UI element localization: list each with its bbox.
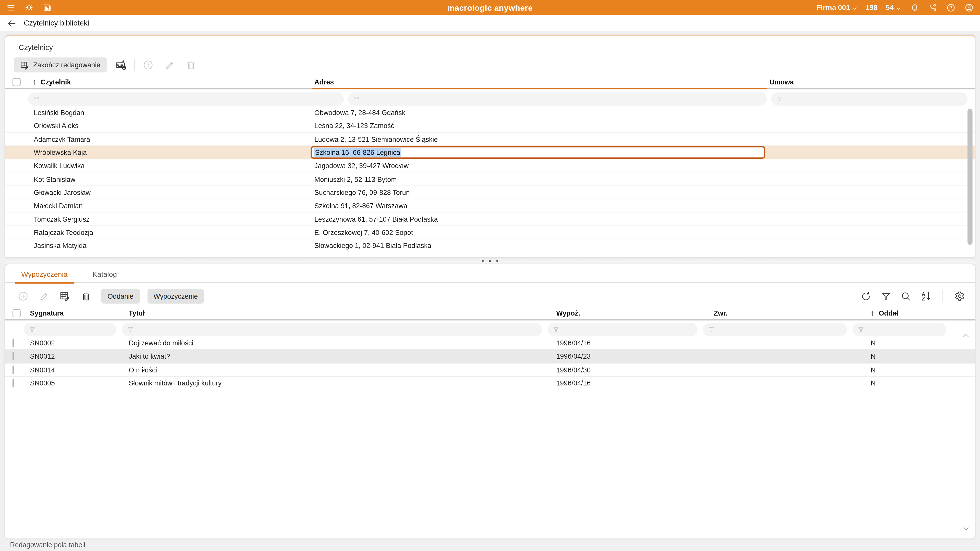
delete-trash-icon[interactable] xyxy=(81,291,91,302)
reader-name-cell[interactable]: Ratajczak Teodozja xyxy=(30,229,312,236)
reader-table-row[interactable]: Kot Stanisław Moniuszki 2, 52-113 Bytom xyxy=(5,172,975,186)
reader-address-cell[interactable]: Sucharskiego 76, 09-828 Toruń xyxy=(312,189,767,196)
loan-date-cell[interactable]: 1996/04/23 xyxy=(554,353,712,360)
reader-address-cell[interactable]: Ludowa 2, 13-521 Siemianowice Śląskie xyxy=(312,135,767,143)
tab-wypozyczenia[interactable]: Wypożyczenia xyxy=(15,269,74,284)
reader-address-cell[interactable]: E. Orzeszkowej 7, 40-602 Sopot xyxy=(312,229,767,236)
reader-address-cell[interactable]: Szkolna 91, 82-867 Warszawa xyxy=(312,202,767,210)
reader-table-row[interactable]: Lesiński Bogdan Obwodowa 7, 28-484 Gdańs… xyxy=(5,106,975,119)
reader-name-cell[interactable]: Głowacki Jarosław xyxy=(30,189,312,196)
row-checkbox[interactable] xyxy=(13,379,14,387)
help-icon[interactable] xyxy=(945,3,956,13)
column-header-reader[interactable]: ↑ Czytelnik xyxy=(30,76,312,89)
loan-signature-cell[interactable]: SN0012 xyxy=(30,353,125,360)
filter-input-contract[interactable] xyxy=(771,92,967,105)
loan-table-row[interactable]: SN0005 Słownik mitów i tradycji kultury … xyxy=(5,376,975,389)
scroll-up-chevron-icon[interactable] xyxy=(962,331,970,339)
reader-address-cell[interactable]: Słowackiego 1, 02-941 Biała Podlaska xyxy=(312,242,767,249)
scrollbar-thumb[interactable] xyxy=(967,109,973,245)
filter-input-return-date[interactable] xyxy=(703,323,847,336)
panel-splitter-handle[interactable] xyxy=(5,257,975,264)
loan-date-cell[interactable]: 1996/04/16 xyxy=(554,339,712,346)
return-book-button[interactable]: Oddanie xyxy=(101,289,140,303)
notifications-bell-icon[interactable] xyxy=(909,3,919,13)
add-icon[interactable] xyxy=(18,291,29,302)
row-checkbox[interactable] xyxy=(13,352,14,361)
reader-table-row[interactable]: Małecki Damian Szkolna 91, 82-867 Warsza… xyxy=(5,199,975,212)
edit-pencil-icon[interactable] xyxy=(39,291,49,302)
loan-signature-cell[interactable]: SN0005 xyxy=(30,380,125,387)
loan-title-cell[interactable]: Słownik mitów i tradycji kultury xyxy=(125,380,554,387)
column-header-contract[interactable]: Umowa xyxy=(767,76,975,89)
loan-table-row[interactable]: SN0014 O miłości 1996/04/30 N xyxy=(5,363,975,376)
filter-funnel-icon[interactable] xyxy=(881,291,891,302)
column-header-title[interactable]: Tytuł xyxy=(125,306,554,321)
reader-name-cell[interactable]: Wróblewska Kaja xyxy=(30,149,312,156)
reader-table-row[interactable]: Wróblewska Kaja Szkolna 16, 66-826 Legni… xyxy=(5,145,975,159)
settings-gear-icon[interactable] xyxy=(954,291,965,302)
address-edit-input[interactable]: Szkolna 16, 66-826 Legnica xyxy=(310,146,765,159)
filter-input-reader[interactable] xyxy=(28,92,344,105)
refresh-icon[interactable] xyxy=(861,291,871,302)
user-account-icon[interactable] xyxy=(964,3,974,13)
reader-name-cell[interactable]: Tomczak Sergiusz xyxy=(30,215,312,223)
loan-table-row[interactable]: SN0012 Jaki to kwiat? 1996/04/23 N xyxy=(5,349,975,363)
company-selector[interactable]: Firma 001 xyxy=(816,4,858,11)
loan-signature-cell[interactable]: SN0002 xyxy=(30,339,125,346)
loan-date-cell[interactable]: 1996/04/16 xyxy=(554,380,712,387)
scroll-down-chevron-icon[interactable] xyxy=(962,524,970,532)
finish-editing-button[interactable]: Zakończ redagowanie xyxy=(14,57,107,73)
loan-date-cell[interactable]: 1996/04/30 xyxy=(554,366,712,373)
filter-input-returned[interactable] xyxy=(853,323,946,336)
select-all-checkbox[interactable] xyxy=(13,309,21,317)
loan-title-cell[interactable]: Jaki to kwiat? xyxy=(125,353,554,360)
keyboard-shortcuts-icon[interactable] xyxy=(115,59,127,71)
back-arrow-icon[interactable] xyxy=(7,18,16,28)
counter-primary[interactable]: 198 xyxy=(865,4,878,11)
loan-table-row[interactable]: SN0002 Dojrzewać do miłości 1996/04/16 N xyxy=(5,336,975,349)
reader-name-cell[interactable]: Małecki Damian xyxy=(30,202,312,210)
reader-address-cell[interactable]: Obwodowa 7, 28-484 Gdańsk xyxy=(312,108,767,116)
reader-address-cell[interactable]: Leszczynowa 61, 57-107 Biała Podlaska xyxy=(312,215,767,223)
reader-table-row[interactable]: Tomczak Sergiusz Leszczynowa 61, 57-107 … xyxy=(5,212,975,225)
reader-name-cell[interactable]: Lesiński Bogdan xyxy=(30,108,312,116)
column-header-loan-date[interactable]: Wypoż. xyxy=(554,306,712,321)
filter-input-address[interactable] xyxy=(348,92,767,105)
reader-address-cell[interactable]: Jagodowa 32, 39-427 Wrocław xyxy=(312,162,767,169)
loan-returned-cell[interactable]: N xyxy=(864,353,975,360)
filter-input-signature[interactable] xyxy=(24,323,116,336)
raise-hand-icon[interactable] xyxy=(928,3,937,13)
delete-trash-icon[interactable] xyxy=(185,60,196,70)
loan-returned-cell[interactable]: N xyxy=(864,366,975,373)
reader-name-cell[interactable]: Kowalik Ludwika xyxy=(30,162,312,169)
reader-name-cell[interactable]: Jasińska Matylda xyxy=(30,242,312,249)
edit-pencil-icon[interactable] xyxy=(164,60,175,70)
reader-table-row[interactable]: Ratajczak Teodozja E. Orzeszkowej 7, 40-… xyxy=(5,225,975,238)
reader-table-row[interactable]: Głowacki Jarosław Sucharskiego 76, 09-82… xyxy=(5,186,975,199)
column-header-return-date[interactable]: Zwr. xyxy=(712,306,864,321)
reader-address-cell[interactable]: Moniuszki 2, 52-113 Bytom xyxy=(312,175,767,183)
readers-scrollbar[interactable] xyxy=(967,109,973,251)
reader-table-row[interactable]: Orłowski Aleks Leśna 22, 34-123 Zamość xyxy=(5,119,975,132)
add-icon[interactable] xyxy=(142,59,153,71)
loan-returned-cell[interactable]: N xyxy=(864,339,975,346)
sort-az-icon[interactable] xyxy=(921,291,932,302)
column-header-address[interactable]: Adres xyxy=(312,76,767,89)
column-header-returned[interactable]: ↑ Oddał xyxy=(864,306,975,321)
loan-title-cell[interactable]: Dojrzewać do miłości xyxy=(125,339,554,346)
table-edit-icon[interactable] xyxy=(59,291,71,302)
filter-input-loan-date[interactable] xyxy=(547,323,697,336)
reader-table-row[interactable]: Adamczyk Tamara Ludowa 2, 13-521 Siemian… xyxy=(5,132,975,145)
row-checkbox[interactable] xyxy=(13,338,14,347)
loan-signature-cell[interactable]: SN0014 xyxy=(30,366,125,373)
row-checkbox[interactable] xyxy=(13,365,14,374)
loan-book-button[interactable]: Wypożyczenie xyxy=(147,289,204,303)
reader-table-row[interactable]: Kowalik Ludwika Jagodowa 32, 39-427 Wroc… xyxy=(5,159,975,172)
search-icon[interactable] xyxy=(900,291,912,302)
select-all-checkbox[interactable] xyxy=(13,78,21,86)
tab-katalog[interactable]: Katalog xyxy=(93,269,117,283)
loan-returned-cell[interactable]: N xyxy=(864,380,975,387)
loan-title-cell[interactable]: O miłości xyxy=(125,366,554,373)
reader-address-cell[interactable]: Leśna 22, 34-123 Zamość xyxy=(312,122,767,130)
reader-name-cell[interactable]: Adamczyk Tamara xyxy=(30,135,312,143)
